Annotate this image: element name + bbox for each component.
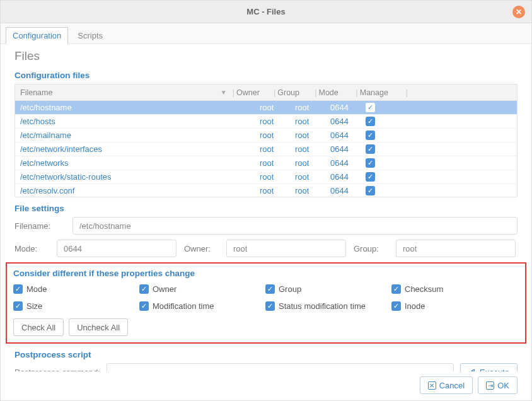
cell-mode: 0644 <box>330 186 366 195</box>
page-title: Files <box>14 49 518 63</box>
cell-manage[interactable]: ✓ <box>366 186 410 195</box>
cell-manage[interactable]: ✓ <box>366 117 410 126</box>
ok-icon: ⇥ <box>486 381 494 390</box>
table-row[interactable]: /etc/resolv.confrootroot0644✓ <box>15 184 517 197</box>
postprocess-input[interactable] <box>107 363 454 371</box>
filename-input[interactable] <box>72 217 518 235</box>
col-manage[interactable]: Manage <box>360 88 404 97</box>
cell-manage[interactable]: ✓ <box>366 172 410 182</box>
cell-filename: /etc/network/interfaces <box>15 144 260 154</box>
cell-filename: /etc/network/static-routes <box>15 172 260 182</box>
section-configuration-files: Configuration files <box>14 71 518 80</box>
cell-mode: 0644 <box>330 131 366 140</box>
cell-mode: 0644 <box>330 103 366 112</box>
check-icon: ✓ <box>265 284 275 294</box>
table-row[interactable]: /etc/network/interfacesrootroot0644✓ <box>15 142 517 156</box>
prop-inode[interactable]: ✓Inode <box>391 301 519 311</box>
cancel-icon: ✕ <box>428 381 436 390</box>
check-icon: ✓ <box>366 158 375 168</box>
prop-mode[interactable]: ✓Mode <box>13 284 139 294</box>
cell-group: root <box>295 172 330 182</box>
cell-manage[interactable]: ✓ <box>366 103 410 112</box>
prop-owner[interactable]: ✓Owner <box>139 284 265 294</box>
check-icon: ✓ <box>366 131 375 140</box>
table-header: Filename ▼ | Owner | Group | Mode | Mana… <box>15 84 517 101</box>
cell-mode: 0644 <box>330 144 366 154</box>
cell-filename: /etc/hostname <box>15 103 260 112</box>
check-icon: ✓ <box>366 103 375 112</box>
cell-group: root <box>295 144 330 154</box>
page-body: Files Configuration files Filename ▼ | O… <box>1 44 531 371</box>
cell-group: root <box>295 186 330 195</box>
cell-filename: /etc/networks <box>15 158 260 168</box>
prop-group[interactable]: ✓Group <box>265 284 391 294</box>
cell-owner: root <box>260 158 295 168</box>
table-body: /etc/hostnamerootroot0644✓/etc/hostsroot… <box>15 101 517 197</box>
check-icon: ✓ <box>366 186 375 195</box>
section-consider-different: Consider different if these properties c… <box>13 269 519 278</box>
prop-checksum[interactable]: ✓Checksum <box>391 284 519 294</box>
sort-desc-icon[interactable]: ▼ <box>221 89 231 96</box>
table-row[interactable]: /etc/mailnamerootroot0644✓ <box>15 129 517 142</box>
check-icon: ✓ <box>366 117 375 126</box>
cell-owner: root <box>260 144 295 154</box>
tab-configuration[interactable]: Configuration <box>6 27 68 44</box>
owner-input[interactable] <box>226 240 346 257</box>
prop-ctime[interactable]: ✓Status modification time <box>265 301 391 311</box>
cancel-button[interactable]: ✕ Cancel <box>420 376 473 394</box>
table-row[interactable]: /etc/hostnamerootroot0644✓ <box>15 101 517 115</box>
col-filename[interactable]: Filename <box>15 88 221 97</box>
check-icon: ✓ <box>265 301 275 311</box>
cell-owner: root <box>260 103 295 112</box>
consider-different-section: Consider different if these properties c… <box>6 262 526 344</box>
check-icon: ✓ <box>391 301 401 311</box>
cell-owner: root <box>260 117 295 126</box>
cell-mode: 0644 <box>330 117 366 126</box>
cell-owner: root <box>260 131 295 140</box>
tab-bar: Configuration Scripts <box>1 23 531 44</box>
cell-manage[interactable]: ✓ <box>366 158 410 168</box>
table-row[interactable]: /etc/network/static-routesrootroot0644✓ <box>15 170 517 184</box>
col-owner[interactable]: Owner <box>236 88 272 97</box>
check-icon: ✓ <box>139 301 149 311</box>
group-label: Group: <box>354 244 388 253</box>
check-icon: ✓ <box>391 284 401 294</box>
section-postprocess: Postprocess script <box>14 350 518 359</box>
mode-input[interactable] <box>57 240 176 257</box>
cell-group: root <box>295 117 330 126</box>
cell-mode: 0644 <box>330 172 366 182</box>
cell-manage[interactable]: ✓ <box>366 131 410 140</box>
prop-size[interactable]: ✓Size <box>13 301 139 311</box>
prop-mtime[interactable]: ✓Modification time <box>139 301 265 311</box>
uncheck-all-button[interactable]: Uncheck All <box>69 318 128 336</box>
dialog-footer: ✕ Cancel ⇥ OK <box>1 371 531 400</box>
col-mode[interactable]: Mode <box>319 88 354 97</box>
cell-filename: /etc/hosts <box>15 117 260 126</box>
owner-label: Owner: <box>184 244 219 253</box>
check-all-button[interactable]: Check All <box>13 318 64 336</box>
titlebar: MC - Files ✕ <box>1 1 531 23</box>
check-icon: ✓ <box>13 301 23 311</box>
execute-button[interactable]: Execute <box>460 363 518 371</box>
filename-label: Filename: <box>14 221 65 231</box>
table-row[interactable]: /etc/hostsrootroot0644✓ <box>15 115 517 129</box>
check-icon: ✓ <box>366 144 375 154</box>
cell-group: root <box>295 131 330 140</box>
group-input[interactable] <box>396 240 516 257</box>
cell-mode: 0644 <box>330 158 366 168</box>
cell-manage[interactable]: ✓ <box>366 144 410 154</box>
tab-scripts[interactable]: Scripts <box>71 27 110 44</box>
cell-group: root <box>295 158 330 168</box>
col-group[interactable]: Group <box>277 88 313 97</box>
window-title: MC - Files <box>246 7 285 16</box>
check-icon: ✓ <box>366 172 375 182</box>
dialog-mc-files: MC - Files ✕ Configuration Scripts Files… <box>0 0 532 401</box>
check-icon: ✓ <box>13 284 23 294</box>
mode-label: Mode: <box>14 244 49 253</box>
table-row[interactable]: /etc/networksrootroot0644✓ <box>15 156 517 170</box>
check-icon: ✓ <box>139 284 149 294</box>
ok-button[interactable]: ⇥ OK <box>478 376 518 394</box>
cell-owner: root <box>260 186 295 195</box>
config-files-table: Filename ▼ | Owner | Group | Mode | Mana… <box>14 84 518 197</box>
close-icon[interactable]: ✕ <box>512 6 525 18</box>
